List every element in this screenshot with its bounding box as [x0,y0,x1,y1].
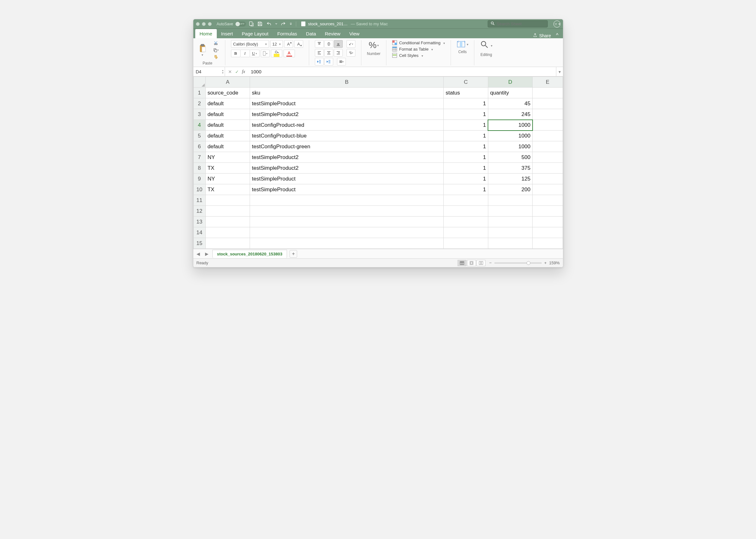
italic-button[interactable]: I [240,50,250,57]
cell[interactable]: 1 [444,152,488,163]
cell[interactable]: 45 [488,98,532,109]
decrease-font-icon[interactable]: A▾ [294,40,303,48]
align-right-icon[interactable] [334,49,343,56]
search-input[interactable] [497,22,545,26]
conditional-formatting-button[interactable]: Conditional Formatting [392,40,445,45]
column-header[interactable]: B [250,77,444,88]
cell[interactable]: testSimpleProduct [250,174,444,184]
font-color-button[interactable]: A [284,50,295,57]
cell[interactable] [532,216,563,227]
fx-icon[interactable]: fx [242,69,245,74]
cell[interactable] [444,227,488,238]
feedback-icon[interactable]: ▾ [553,21,560,28]
cell[interactable] [488,206,532,216]
cell[interactable] [488,227,532,238]
cell[interactable]: 375 [488,163,532,174]
cell[interactable]: default [205,98,250,109]
cell[interactable]: TX [205,184,250,195]
cell[interactable]: testSimpleProduct [250,184,444,195]
column-header[interactable]: C [444,77,488,88]
fill-color-button[interactable] [271,50,282,57]
page-layout-view-icon[interactable] [467,260,476,266]
row-header[interactable]: 4 [193,120,205,130]
font-family-select[interactable]: Calibri (Body)▾ [231,40,269,48]
column-header[interactable]: A [205,77,250,88]
qat-customize-icon[interactable] [290,21,292,27]
increase-indent-icon[interactable] [325,58,333,65]
cell[interactable] [532,163,563,174]
cell[interactable]: 1 [444,184,488,195]
cell[interactable] [488,195,532,206]
cell[interactable] [532,174,563,184]
cell[interactable]: TX [205,163,250,174]
insert-cells-icon[interactable]: ▾ [457,40,468,48]
row-header[interactable]: 13 [193,216,205,227]
cell[interactable] [250,238,444,249]
font-size-select[interactable]: 12▾ [270,40,283,48]
cell[interactable]: 125 [488,174,532,184]
search-sheet[interactable] [488,20,548,28]
tab-home[interactable]: Home [195,29,217,38]
cell[interactable] [532,227,563,238]
format-painter-icon[interactable] [212,54,219,60]
align-left-icon[interactable] [315,49,324,56]
cell[interactable]: NY [205,152,250,163]
close-window-button[interactable] [196,22,200,26]
tab-view[interactable]: View [345,29,364,38]
zoom-slider[interactable] [494,263,542,264]
select-all-corner[interactable] [193,77,205,88]
cell[interactable] [532,238,563,249]
cell[interactable] [488,216,532,227]
cell-styles-button[interactable]: Cell Styles [392,53,423,58]
page-break-view-icon[interactable] [477,260,485,266]
row-header[interactable]: 2 [193,98,205,109]
cell[interactable] [250,195,444,206]
format-as-table-button[interactable]: Format as Table [392,46,433,51]
row-header[interactable]: 9 [193,174,205,184]
cell[interactable]: testConfigProduct-blue [250,130,444,141]
cell[interactable]: 245 [488,109,532,120]
cell[interactable] [488,238,532,249]
cell[interactable] [250,206,444,216]
cell[interactable] [532,152,563,163]
share-button[interactable]: Share [530,33,553,38]
cell[interactable]: testSimpleProduct2 [250,152,444,163]
cell[interactable]: 1000 [488,130,532,141]
wrap-text-icon[interactable]: ▾ [346,49,355,56]
decrease-indent-icon[interactable] [315,58,324,65]
cell[interactable]: 1 [444,120,488,130]
align-bottom-icon[interactable] [334,40,343,48]
align-middle-icon[interactable] [325,40,333,48]
autosave-toggle[interactable]: AutoSave OFF [217,22,246,27]
cancel-formula-icon[interactable]: ✕ [228,69,232,74]
save-icon[interactable] [257,21,263,27]
cell[interactable]: source_code [205,88,250,98]
percent-icon[interactable]: % [369,40,377,50]
cell[interactable] [444,206,488,216]
tab-review[interactable]: Review [320,29,344,38]
cell[interactable]: testConfigProduct-green [250,141,444,152]
cell[interactable] [532,195,563,206]
tab-page-layout[interactable]: Page Layout [237,29,273,38]
cell[interactable]: testSimpleProduct2 [250,163,444,174]
cell[interactable] [444,216,488,227]
name-box[interactable]: D4 ▴▾ [193,67,225,76]
orientation-icon[interactable]: ▾ [346,40,355,48]
add-sheet-button[interactable]: + [290,250,297,258]
cell[interactable] [532,184,563,195]
row-header[interactable]: 7 [193,152,205,163]
cell[interactable]: 1000 [488,141,532,152]
column-header[interactable]: D [488,77,532,88]
row-header[interactable]: 3 [193,109,205,120]
cell[interactable] [532,206,563,216]
sheet-nav-prev-icon[interactable]: ◀ [195,251,201,256]
sheet-nav-next-icon[interactable]: ▶ [204,251,210,256]
merge-center-icon[interactable]: ▾ [337,58,346,65]
row-header[interactable]: 8 [193,163,205,174]
cell[interactable]: status [444,88,488,98]
cell[interactable]: 1 [444,98,488,109]
underline-button[interactable]: U▾ [250,50,259,57]
minimize-window-button[interactable] [202,22,206,26]
cell[interactable]: 1 [444,130,488,141]
cell[interactable]: default [205,130,250,141]
